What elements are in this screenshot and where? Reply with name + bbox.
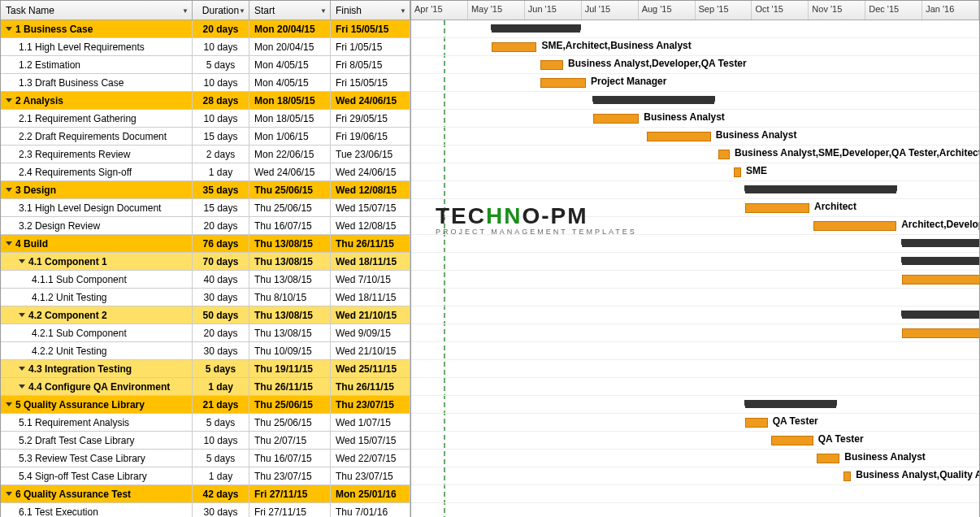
start-cell[interactable]: Thu 25/06/15: [249, 396, 331, 414]
table-row[interactable]: 4.1.1 Sub Component40 daysThu 13/08/15We…: [1, 271, 410, 289]
finish-cell[interactable]: Wed 22/07/15: [331, 450, 410, 467]
duration-cell[interactable]: 1 day: [193, 163, 249, 181]
start-cell[interactable]: Thu 10/09/15: [249, 342, 331, 360]
task-bar[interactable]: [771, 436, 813, 445]
col-header-task[interactable]: Task Name▼: [1, 1, 193, 20]
table-row[interactable]: 4.2.2 Unit Testing30 daysThu 10/09/15Wed…: [1, 342, 410, 360]
start-cell[interactable]: Mon 18/05/15: [249, 110, 331, 128]
finish-cell[interactable]: Fri 15/05/15: [331, 20, 410, 38]
gantt-row[interactable]: Developer: [411, 342, 979, 360]
table-row[interactable]: 5.4 Sign-off Test Case Library1 dayThu 2…: [1, 467, 410, 485]
duration-cell[interactable]: 42 days: [193, 485, 249, 503]
start-cell[interactable]: Mon 20/04/15: [249, 38, 331, 56]
start-cell[interactable]: Fri 27/11/15: [249, 485, 331, 503]
start-cell[interactable]: Fri 27/11/15: [249, 503, 331, 518]
task-name-cell[interactable]: 4.1.2 Unit Testing: [1, 289, 193, 306]
finish-cell[interactable]: Wed 9/09/15: [331, 324, 410, 342]
task-name-cell[interactable]: 4 Build: [1, 235, 193, 253]
summary-bar[interactable]: [745, 400, 836, 408]
task-bar[interactable]: [902, 275, 979, 285]
finish-cell[interactable]: Wed 12/08/15: [331, 181, 410, 199]
gantt-row[interactable]: Business Analyst: [411, 128, 979, 146]
finish-cell[interactable]: Wed 24/06/15: [331, 163, 410, 181]
task-bar[interactable]: [843, 471, 851, 481]
finish-cell[interactable]: Wed 18/11/15: [331, 289, 410, 306]
start-cell[interactable]: Mon 18/05/15: [249, 92, 331, 110]
dropdown-icon[interactable]: ▼: [239, 7, 245, 14]
collapse-icon[interactable]: [6, 402, 12, 406]
gantt-row[interactable]: Business Analyst,Developer,QA Tester: [411, 56, 979, 74]
finish-cell[interactable]: Thu 26/11/15: [331, 378, 410, 396]
task-name-cell[interactable]: 3 Design: [1, 181, 193, 199]
duration-cell[interactable]: 15 days: [193, 199, 249, 217]
finish-cell[interactable]: Thu 23/07/15: [331, 467, 410, 485]
start-cell[interactable]: Mon 4/05/15: [249, 74, 331, 92]
duration-cell[interactable]: 10 days: [193, 432, 249, 450]
task-name-cell[interactable]: 1.3 Draft Business Case: [1, 74, 193, 92]
task-bar[interactable]: [718, 150, 730, 159]
duration-cell[interactable]: 30 days: [193, 342, 249, 360]
start-cell[interactable]: Mon 1/06/15: [249, 128, 331, 146]
finish-cell[interactable]: Wed 15/07/15: [331, 432, 410, 450]
gantt-row[interactable]: [411, 253, 979, 271]
gantt-row[interactable]: SME: [411, 163, 979, 181]
task-name-cell[interactable]: 6 Quality Assurance Test: [1, 485, 193, 503]
task-bar[interactable]: [902, 328, 979, 338]
gantt-row[interactable]: Business Analyst,Quality Assurance Manag…: [411, 467, 979, 485]
task-name-cell[interactable]: 4.1.1 Sub Component: [1, 271, 193, 289]
gantt-row[interactable]: Business Analyst: [411, 110, 979, 128]
gantt-row[interactable]: [411, 396, 979, 414]
gantt-row[interactable]: [411, 20, 979, 38]
finish-cell[interactable]: Wed 21/10/15: [331, 306, 410, 324]
summary-bar[interactable]: [902, 311, 979, 319]
finish-cell[interactable]: Wed 12/08/15: [331, 217, 410, 235]
collapse-icon[interactable]: [19, 313, 25, 317]
table-row[interactable]: 1.2 Estimation5 daysMon 4/05/15Fri 8/05/…: [1, 56, 410, 74]
gantt-row[interactable]: [411, 235, 979, 253]
gantt-row[interactable]: QA Tester: [411, 432, 979, 450]
collapse-icon[interactable]: [6, 98, 12, 102]
task-name-cell[interactable]: 5.1 Requirement Analysis: [1, 414, 193, 432]
duration-cell[interactable]: 5 days: [193, 414, 249, 432]
table-row[interactable]: 5.2 Draft Test Case Library10 daysThu 2/…: [1, 432, 410, 450]
collapse-icon[interactable]: [19, 384, 25, 389]
table-row[interactable]: 6.1 Test Execution30 daysFri 27/11/15Thu…: [1, 503, 410, 517]
duration-cell[interactable]: 70 days: [193, 253, 249, 271]
duration-cell[interactable]: 30 days: [193, 503, 249, 518]
start-cell[interactable]: Thu 13/08/15: [249, 253, 331, 271]
table-row[interactable]: 4.2 Component 250 daysThu 13/08/15Wed 21…: [1, 306, 410, 324]
task-name-cell[interactable]: 1.1 High Level Requirements: [1, 38, 193, 56]
summary-bar[interactable]: [593, 96, 714, 104]
dropdown-icon[interactable]: ▼: [400, 7, 406, 14]
table-row[interactable]: 5.3 Review Test Case Library5 daysThu 16…: [1, 450, 410, 467]
collapse-icon[interactable]: [6, 188, 12, 192]
task-name-cell[interactable]: 1.2 Estimation: [1, 56, 193, 74]
gantt-row[interactable]: [411, 92, 979, 110]
table-row[interactable]: 2.4 Requirements Sign-off1 dayWed 24/06/…: [1, 163, 410, 181]
duration-cell[interactable]: 20 days: [193, 20, 249, 38]
start-cell[interactable]: Thu 13/08/15: [249, 306, 331, 324]
start-cell[interactable]: Mon 4/05/15: [249, 56, 331, 74]
start-cell[interactable]: Thu 25/06/15: [249, 199, 331, 217]
start-cell[interactable]: Thu 13/08/15: [249, 271, 331, 289]
task-bar[interactable]: [813, 221, 897, 231]
finish-cell[interactable]: Tue 23/06/15: [331, 146, 410, 163]
duration-cell[interactable]: 10 days: [193, 110, 249, 128]
task-name-cell[interactable]: 5 Quality Assurance Library: [1, 396, 193, 414]
start-cell[interactable]: Thu 8/10/15: [249, 289, 331, 306]
task-name-cell[interactable]: 5.4 Sign-off Test Case Library: [1, 467, 193, 485]
start-cell[interactable]: Thu 16/07/15: [249, 217, 331, 235]
table-row[interactable]: 3.1 High Level Design Document15 daysThu…: [1, 199, 410, 217]
summary-bar[interactable]: [492, 24, 581, 33]
duration-cell[interactable]: 50 days: [193, 306, 249, 324]
gantt-row[interactable]: [411, 485, 979, 503]
start-cell[interactable]: Wed 24/06/15: [249, 163, 331, 181]
table-row[interactable]: 2 Analysis28 daysMon 18/05/15Wed 24/06/1…: [1, 92, 410, 110]
finish-cell[interactable]: Wed 24/06/15: [331, 92, 410, 110]
finish-cell[interactable]: Fri 19/06/15: [331, 128, 410, 146]
gantt-row[interactable]: [411, 306, 979, 324]
gantt-row[interactable]: Developer: [411, 378, 979, 396]
task-name-cell[interactable]: 4.1 Component 1: [1, 253, 193, 271]
dropdown-icon[interactable]: ▼: [182, 7, 189, 14]
duration-cell[interactable]: 28 days: [193, 92, 249, 110]
